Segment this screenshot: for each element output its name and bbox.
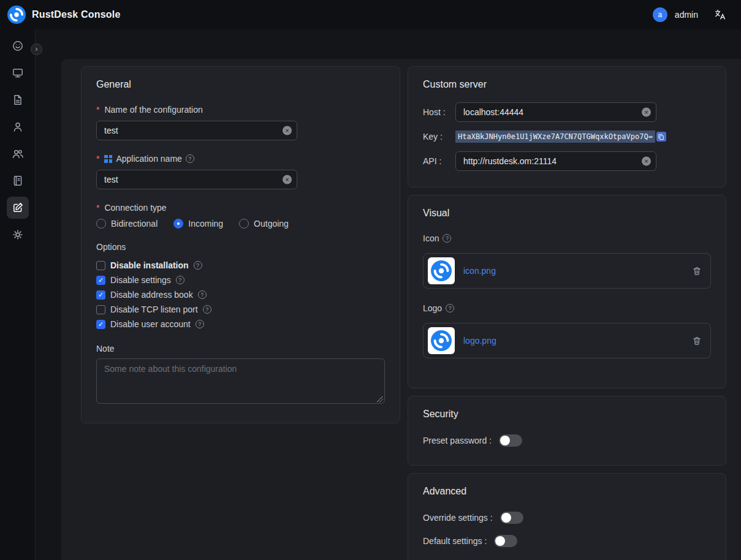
- visual-title: Visual: [423, 208, 711, 219]
- config-name-input[interactable]: [96, 121, 297, 140]
- general-card: General Name of the configuration × Appl…: [81, 66, 400, 423]
- key-field[interactable]: HtaXBkJNHyn0e1U1jWXze7A7CN7QTGWqxkOtpaVp…: [455, 131, 666, 143]
- app-name-input[interactable]: [96, 170, 297, 189]
- sidebar-item-users[interactable]: [7, 116, 29, 138]
- app-name-field: Application name ? ×: [96, 154, 385, 189]
- custom-server-card: Custom server Host : × Key : HtaXBkJNHyn…: [408, 66, 726, 187]
- icon-label: Icon ?: [423, 233, 711, 243]
- question-icon[interactable]: ?: [186, 154, 194, 163]
- smile-icon: [12, 40, 24, 52]
- rustdesk-logo-icon: [7, 6, 26, 24]
- top-bar-right: a admin: [653, 7, 726, 22]
- gear-icon: [12, 229, 24, 241]
- api-input-wrap: ×: [455, 151, 656, 171]
- config-name-input-wrap: ×: [96, 121, 297, 140]
- app-name-input-wrap: ×: [96, 170, 297, 189]
- radio-bidirectional[interactable]: Bidirectional: [96, 219, 158, 229]
- checkbox-icon: [96, 320, 105, 329]
- user-avatar[interactable]: a: [653, 7, 667, 22]
- default-settings-toggle[interactable]: [494, 535, 517, 547]
- document-icon: [12, 94, 24, 106]
- preset-password-label: Preset password :: [423, 436, 492, 445]
- advanced-title: Advanced: [423, 486, 711, 497]
- icon-file-link[interactable]: icon.png: [463, 266, 683, 276]
- key-row: Key : HtaXBkJNHyn0e1U1jWXze7A7CN7QTGWqxk…: [423, 131, 711, 143]
- logo-preview: [428, 327, 455, 354]
- checkbox-disable-address-book[interactable]: Disable address book ?: [96, 290, 385, 300]
- custom-server-title: Custom server: [423, 79, 711, 90]
- connection-type-label: Connection type: [96, 203, 385, 213]
- sidebar-item-dashboard[interactable]: [7, 35, 29, 57]
- sidebar-item-groups[interactable]: [7, 143, 29, 165]
- checkbox-icon: [96, 276, 105, 285]
- host-row: Host : ×: [423, 102, 711, 122]
- logbook-icon: [12, 175, 24, 187]
- sidebar-expand-toggle[interactable]: ›: [31, 44, 42, 55]
- translate-icon[interactable]: [714, 9, 726, 21]
- question-icon[interactable]: ?: [446, 304, 454, 312]
- clear-icon[interactable]: ×: [642, 108, 651, 117]
- checkbox-disable-tcp-listen-port[interactable]: Disable TCP listen port ?: [96, 305, 385, 314]
- checkbox-disable-installation[interactable]: Disable installation ?: [96, 260, 385, 270]
- copy-icon[interactable]: [656, 132, 666, 142]
- user-name[interactable]: admin: [675, 10, 698, 20]
- edit-square-icon: [12, 202, 24, 214]
- connection-type-radio-group: Bidirectional Incoming Outgoing: [96, 219, 385, 229]
- checkbox-icon: [96, 290, 105, 300]
- checkbox-disable-user-account[interactable]: Disable user account ?: [96, 319, 385, 329]
- security-title: Security: [423, 409, 711, 420]
- note-textarea[interactable]: [96, 358, 385, 404]
- default-settings-label: Default settings :: [423, 536, 487, 546]
- users-icon: [12, 148, 24, 160]
- override-settings-toggle[interactable]: [500, 512, 523, 524]
- checkbox-disable-settings[interactable]: Disable settings ?: [96, 275, 385, 285]
- trash-icon[interactable]: [692, 336, 702, 346]
- api-input[interactable]: [455, 151, 656, 171]
- app-title: RustDesk Console: [32, 9, 121, 20]
- logo-upload-box[interactable]: logo.png: [423, 323, 711, 358]
- checkbox-icon: [96, 261, 105, 270]
- sidebar-item-audit-log[interactable]: [7, 170, 29, 192]
- icon-upload-box[interactable]: icon.png: [423, 253, 711, 289]
- override-settings-label: Override settings :: [423, 513, 493, 523]
- windows-logo-icon: [104, 155, 112, 163]
- trash-icon[interactable]: [692, 266, 702, 276]
- logo-label: Logo ?: [423, 303, 711, 313]
- clear-icon[interactable]: ×: [642, 157, 651, 166]
- api-label: API :: [423, 156, 455, 166]
- override-settings-row: Override settings :: [423, 512, 711, 524]
- app-name-label: Application name ?: [96, 154, 385, 164]
- host-input-wrap: ×: [455, 102, 656, 122]
- note-label: Note: [96, 344, 385, 354]
- question-icon[interactable]: ?: [196, 320, 204, 328]
- radio-icon: [96, 219, 106, 229]
- config-name-field: Name of the configuration ×: [96, 105, 385, 140]
- question-icon[interactable]: ?: [176, 276, 184, 284]
- logo-file-link[interactable]: logo.png: [463, 336, 683, 346]
- main-area: General Name of the configuration × Appl…: [36, 29, 741, 560]
- sidebar-item-settings[interactable]: [7, 224, 29, 246]
- visual-card: Visual Icon ?: [408, 195, 726, 388]
- sidebar-item-documents[interactable]: [7, 89, 29, 111]
- question-icon[interactable]: ?: [203, 305, 211, 314]
- sidebar: [0, 29, 36, 560]
- top-bar: RustDesk Console a admin: [0, 0, 741, 29]
- question-icon[interactable]: ?: [194, 261, 202, 270]
- note-field: Note: [96, 344, 385, 406]
- key-value[interactable]: HtaXBkJNHyn0e1U1jWXze7A7CN7QTGWqxkOtpaVp…: [455, 131, 655, 143]
- question-icon[interactable]: ?: [443, 234, 451, 243]
- radio-incoming[interactable]: Incoming: [173, 219, 223, 229]
- clear-icon[interactable]: ×: [283, 175, 292, 184]
- api-row: API : ×: [423, 151, 711, 171]
- host-input[interactable]: [455, 102, 656, 122]
- host-label: Host :: [423, 107, 455, 117]
- preset-password-toggle[interactable]: [499, 434, 522, 447]
- sidebar-item-custom-clients[interactable]: [7, 197, 29, 219]
- sidebar-item-devices[interactable]: [7, 62, 29, 84]
- connection-type-field: Connection type Bidirectional Incoming: [96, 203, 385, 229]
- radio-outgoing[interactable]: Outgoing: [239, 219, 289, 229]
- brand: RustDesk Console: [7, 6, 121, 24]
- clear-icon[interactable]: ×: [283, 126, 292, 135]
- content-surface: General Name of the configuration × Appl…: [61, 59, 741, 560]
- question-icon[interactable]: ?: [198, 290, 207, 299]
